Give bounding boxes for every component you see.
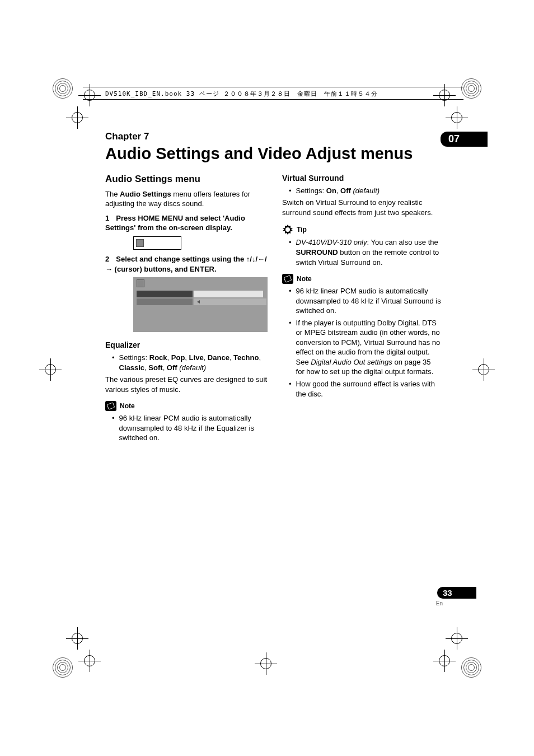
regmark-cross-tl [66, 106, 88, 129]
note-label-left: Note [120, 402, 135, 410]
page-number-badge: 33 [437, 587, 476, 599]
regmark-bottom-right [461, 657, 481, 678]
eq-default: (default) [179, 363, 206, 372]
audio-settings-screenshot [133, 277, 268, 332]
note-right-3: • How good the surround effect is varies… [282, 379, 441, 399]
step2-number: 2 [105, 255, 109, 263]
vs-settings-label: Settings: [296, 186, 326, 195]
step1-text: Press HOME MENU and select 'Audio Settin… [105, 214, 245, 232]
note-right-3-text: How good the surround effect is varies w… [296, 379, 441, 399]
note-icon [105, 401, 116, 411]
eq-techno: Techno [233, 353, 259, 362]
right-column: Virtual Surround • Settings: On, Off (de… [282, 173, 441, 445]
print-header: DV510K_IBD_EN.book 33 ページ ２００８年３月２８日 金曜日… [105, 90, 378, 98]
audio-settings-icon [136, 239, 144, 247]
audio-settings-intro: The Audio Settings menu offers features … [105, 189, 268, 209]
eq-soft: Soft [148, 363, 162, 372]
vs-on: On [326, 186, 336, 195]
tip-row: Tip [282, 224, 441, 235]
chapter-label: Chapter 7 [105, 131, 149, 142]
step1-number: 1 [105, 214, 109, 222]
eq-classic: Classic [119, 363, 145, 372]
eq-settings-label: Settings: [119, 353, 149, 362]
chapter-number-badge: 07 [441, 132, 488, 147]
left-column: Audio Settings menu The Audio Settings m… [105, 173, 268, 445]
vs-default: (default) [353, 186, 380, 195]
audio-settings-heading: Audio Settings menu [105, 173, 268, 186]
intro-pre: The [105, 190, 120, 198]
regmark-cross-bottom [255, 652, 277, 675]
regmark-bottom-left [53, 657, 73, 678]
chapter-title: Audio Settings and Video Adjust menus [105, 145, 441, 163]
eq-rock: Rock [149, 353, 167, 362]
note-label-right: Note [297, 274, 312, 283]
regmark-cross-tr2 [433, 84, 456, 106]
intro-bold: Audio Settings [120, 190, 171, 198]
step2-post: (cursor) buttons, and ENTER. [113, 265, 217, 273]
regmark-cross-br [446, 627, 468, 650]
note-left-1: • 96 kHz linear PCM audio is automatical… [105, 413, 268, 443]
svg-point-1 [285, 227, 290, 232]
virtual-surround-heading: Virtual Surround [282, 173, 441, 184]
eq-live: Live [189, 353, 204, 362]
vs-description: Switch on Virtual Surround to enjoy real… [282, 198, 441, 217]
regmark-top-left [53, 78, 73, 99]
note-right-1-text: 96 kHz linear PCM audio is automatically… [296, 286, 441, 316]
tip-label: Tip [297, 225, 307, 234]
regmark-cross-bl [66, 627, 88, 650]
vs-settings-line: • Settings: On, Off (default) [282, 186, 441, 196]
note-left-1-text: 96 kHz linear PCM audio is automatically… [119, 413, 268, 443]
vs-off: Off [340, 186, 351, 195]
header-rule-top [83, 87, 463, 87]
eq-dance: Dance [208, 353, 229, 362]
regmark-cross-br2 [433, 650, 456, 672]
tip-model-italic: DV-410V/DV-310 only [296, 238, 367, 246]
tip-icon [282, 224, 293, 235]
tip-surround-button: SURROUND [296, 248, 338, 256]
screenshot-speaker-icon [137, 279, 144, 287]
note-right-2: • If the player is outputting Dolby Digi… [282, 318, 441, 377]
tip-1: • DV-410V/DV-310 only: You can also use … [282, 237, 441, 267]
left-arrow-icon [197, 300, 200, 304]
page-language: En [436, 600, 443, 606]
equalizer-settings-line: • Settings: Rock, Pop, Live, Dance, Tech… [105, 353, 268, 372]
regmark-cross-bl2 [78, 650, 101, 672]
step-1: 1Press HOME MENU and select 'Audio Setti… [105, 213, 268, 233]
home-menu-screenshot [133, 236, 181, 250]
note-right-2-italic: Digital Audio Out settings [311, 358, 392, 366]
equalizer-description: The various preset EQ curves are designe… [105, 375, 268, 394]
eq-pop: Pop [171, 353, 185, 362]
note-row-right: Note [282, 274, 441, 284]
equalizer-heading: Equalizer [105, 340, 268, 351]
header-rule-bottom [83, 99, 463, 100]
eq-off: Off [167, 363, 177, 372]
regmark-cross-right [472, 358, 495, 381]
regmark-cross-tr [446, 106, 468, 129]
regmark-cross-left [39, 358, 62, 381]
regmark-top-right [461, 78, 481, 99]
step2-pre: Select and change settings using the [116, 255, 246, 263]
regmark-cross-tl2 [78, 84, 101, 106]
step-2: 2Select and change settings using the ↑/… [105, 254, 268, 274]
note-right-1: • 96 kHz linear PCM audio is automatical… [282, 286, 441, 316]
note-row-left: Note [105, 401, 268, 411]
tip-pre: : You can also use the [367, 238, 438, 246]
note-icon [282, 274, 293, 284]
